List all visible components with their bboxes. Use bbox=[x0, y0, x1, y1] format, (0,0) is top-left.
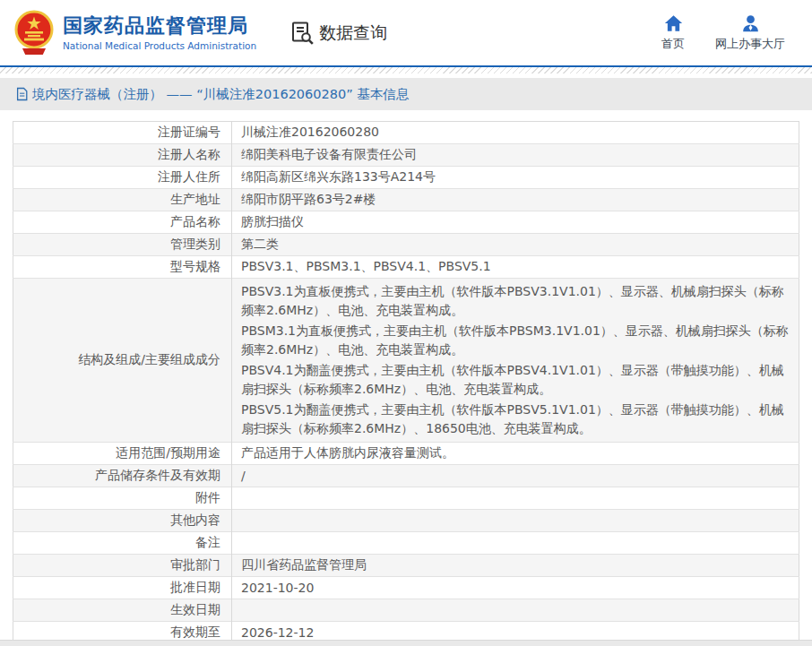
row-label: 附件 bbox=[13, 487, 232, 510]
data-query-label: 数据查询 bbox=[319, 22, 387, 45]
table-row: 审批部门 四川省药品监督管理局 bbox=[13, 555, 799, 577]
row-value bbox=[232, 532, 799, 555]
row-label: 注册人名称 bbox=[13, 144, 232, 167]
breadcrumb-text: 境内医疗器械（注册） —— “川械注准20162060280” 基本信息 bbox=[32, 86, 409, 103]
national-emblem-icon bbox=[13, 10, 56, 56]
row-label: 批准日期 bbox=[13, 577, 232, 599]
table-row: 批准日期 2021-10-20 bbox=[13, 577, 799, 599]
top-nav: 首页 网上办事大厅 bbox=[661, 14, 785, 52]
row-label: 生产地址 bbox=[13, 189, 232, 211]
document-search-icon bbox=[290, 21, 315, 45]
nav-item-home[interactable]: 首页 bbox=[661, 14, 685, 52]
nav-item-service-hall[interactable]: 网上办事大厅 bbox=[715, 14, 785, 52]
org-name-en: National Medical Products Administration bbox=[63, 40, 256, 51]
table-row: 产品储存条件及有效期 / bbox=[13, 465, 799, 487]
row-label: 产品储存条件及有效期 bbox=[13, 465, 232, 487]
row-value bbox=[232, 510, 799, 532]
site-header: 国家药品监督管理局 National Medical Products Admi… bbox=[0, 0, 812, 67]
row-label: 适用范围/预期用途 bbox=[13, 443, 232, 465]
row-label: 注册证编号 bbox=[13, 122, 232, 144]
table-row: 生效日期 bbox=[13, 599, 799, 622]
registration-info-table: 注册证编号 川械注准20162060280 注册人名称 绵阳美科电子设备有限责任… bbox=[13, 121, 799, 646]
row-label: 其他内容 bbox=[13, 510, 232, 532]
org-names: 国家药品监督管理局 National Medical Products Admi… bbox=[63, 14, 256, 50]
row-label: 结构及组成/主要组成成分 bbox=[13, 279, 232, 443]
table-row: 型号规格 PBSV3.1、PBSM3.1、PBSV4.1、PBSV5.1 bbox=[13, 256, 799, 279]
row-value: 2021-10-20 bbox=[232, 577, 799, 599]
registration-info-panel: 注册证编号 川械注准20162060280 注册人名称 绵阳美科电子设备有限责任… bbox=[13, 121, 799, 646]
row-value: 膀胱扫描仪 bbox=[232, 211, 799, 234]
row-value: 绵阳市阴平路63号2#楼 bbox=[232, 189, 799, 211]
table-row: 产品名称 膀胱扫描仪 bbox=[13, 211, 799, 234]
page-icon bbox=[16, 87, 28, 101]
table-row: 管理类别 第二类 bbox=[13, 234, 799, 256]
breadcrumb: 境内医疗器械（注册） —— “川械注准20162060280” 基本信息 bbox=[16, 86, 409, 103]
row-label: 备注 bbox=[13, 532, 232, 555]
row-label: 审批部门 bbox=[13, 555, 232, 577]
nav-home-label: 首页 bbox=[661, 36, 685, 52]
table-row: 备注 bbox=[13, 532, 799, 555]
row-value: 四川省药品监督管理局 bbox=[232, 555, 799, 577]
footer-strip bbox=[0, 640, 812, 646]
row-value bbox=[232, 487, 799, 510]
row-value: 绵阳高新区绵兴东路133号A214号 bbox=[232, 167, 799, 189]
row-label: 产品名称 bbox=[13, 211, 232, 234]
row-value bbox=[232, 599, 799, 622]
row-label: 管理类别 bbox=[13, 234, 232, 256]
table-row: 注册证编号 川械注准20162060280 bbox=[13, 122, 799, 144]
row-value: PBSV3.1、PBSM3.1、PBSV4.1、PBSV5.1 bbox=[232, 256, 799, 279]
multiline-value: PBSV3.1为直板便携式，主要由主机（软件版本PBSV3.1V1.01）、显示… bbox=[241, 281, 790, 439]
row-value: 川械注准20162060280 bbox=[232, 122, 799, 144]
row-value: 产品适用于人体膀胱内尿液容量测试。 bbox=[232, 443, 799, 465]
table-row: 附件 bbox=[13, 487, 799, 510]
row-value: / bbox=[232, 465, 799, 487]
home-icon bbox=[664, 14, 683, 32]
table-row: 其他内容 bbox=[13, 510, 799, 532]
table-row: 生产地址 绵阳市阴平路63号2#楼 bbox=[13, 189, 799, 211]
row-value: 绵阳美科电子设备有限责任公司 bbox=[232, 144, 799, 167]
row-label: 生效日期 bbox=[13, 599, 232, 622]
table-row: 注册人名称 绵阳美科电子设备有限责任公司 bbox=[13, 144, 799, 167]
header-hatch-divider bbox=[0, 67, 812, 73]
data-query-title[interactable]: 数据查询 bbox=[290, 21, 387, 45]
table-row: 注册人住所 绵阳高新区绵兴东路133号A214号 bbox=[13, 167, 799, 189]
nmpa-logo[interactable]: 国家药品监督管理局 National Medical Products Admi… bbox=[13, 10, 256, 56]
org-name-cn: 国家药品监督管理局 bbox=[63, 14, 256, 37]
row-value: 第二类 bbox=[232, 234, 799, 256]
row-label: 注册人住所 bbox=[13, 167, 232, 189]
row-value: PBSV3.1为直板便携式，主要由主机（软件版本PBSV3.1V1.01）、显示… bbox=[232, 279, 799, 443]
nav-hall-label: 网上办事大厅 bbox=[715, 36, 785, 52]
user-icon bbox=[741, 14, 760, 32]
row-label: 型号规格 bbox=[13, 256, 232, 279]
table-row: 适用范围/预期用途 产品适用于人体膀胱内尿液容量测试。 bbox=[13, 443, 799, 465]
table-row: 结构及组成/主要组成成分 PBSV3.1为直板便携式，主要由主机（软件版本PBS… bbox=[13, 279, 799, 443]
breadcrumb-band: 境内医疗器械（注册） —— “川械注准20162060280” 基本信息 bbox=[0, 78, 812, 110]
